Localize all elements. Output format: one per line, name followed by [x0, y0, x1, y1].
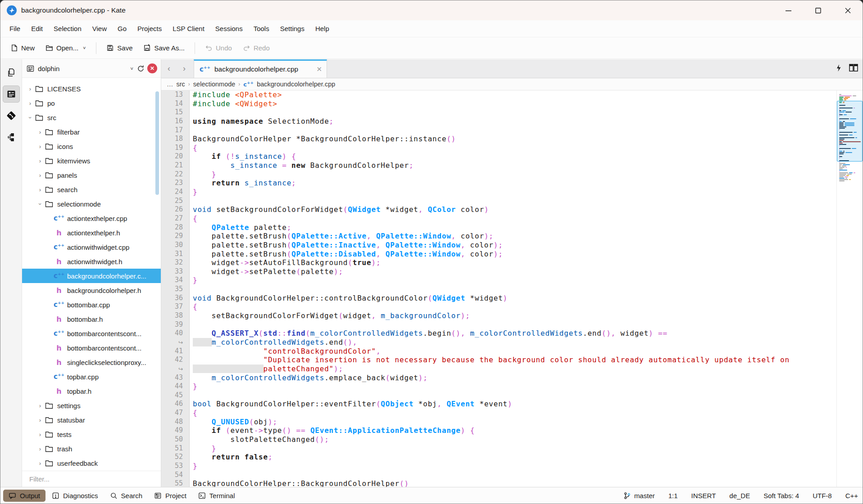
- close-project-button[interactable]: ✕: [147, 63, 157, 73]
- tree-file-bottombar-cpp[interactable]: c++bottombar.cpp: [22, 297, 161, 312]
- tree-file-actiontexthelper-h[interactable]: hactiontexthelper.h: [22, 225, 161, 240]
- tree-file-bottombarcontentscont-[interactable]: c++bottombarcontentscont...: [22, 326, 161, 341]
- code-line-28[interactable]: 28 QPalette palette;: [161, 223, 836, 232]
- filter-input[interactable]: [22, 471, 161, 487]
- undo-button[interactable]: Undo: [200, 41, 236, 55]
- tree-folder-userfeedback[interactable]: ›userfeedback: [22, 456, 161, 470]
- project-reload-button[interactable]: [134, 62, 147, 75]
- close-button[interactable]: [833, 0, 863, 20]
- code-line-19[interactable]: 19{: [161, 144, 836, 153]
- tree-file-singleclickselectionproxy-[interactable]: hsingleclickselectionproxy...: [22, 355, 161, 369]
- code-line-52[interactable]: 52 return false;: [161, 453, 836, 462]
- chevron-right-icon[interactable]: ›: [36, 460, 44, 467]
- project-selector[interactable]: dolphin ∨: [27, 65, 134, 72]
- tree-file-topbar-cpp[interactable]: c++topbar.cpp: [22, 369, 161, 384]
- tree-file-bottombar-h[interactable]: hbottombar.h: [22, 312, 161, 326]
- breadcrumb-item[interactable]: selectionmode: [193, 81, 236, 88]
- code-line-41[interactable]: 41 "controlBackgroundColor",: [161, 347, 836, 356]
- tab-back-button[interactable]: ‹: [161, 59, 177, 78]
- git-tool-button[interactable]: [3, 107, 20, 124]
- code-line-43[interactable]: 43 m_colorControlledWidgets.emplace_back…: [161, 374, 836, 382]
- menu-view[interactable]: View: [87, 22, 112, 35]
- diagnostics-toolview-button[interactable]: Diagnostics: [46, 490, 104, 502]
- code-line-33[interactable]: 33 widget->setPalette(palette);: [161, 267, 836, 276]
- statusbar-soft-tabs-4[interactable]: Soft Tabs: 4: [763, 492, 799, 500]
- open-button[interactable]: Open...∨: [41, 41, 91, 55]
- chevron-right-icon[interactable]: ›: [36, 402, 44, 409]
- tree-file-actionwithwidget-h[interactable]: hactionwithwidget.h: [22, 254, 161, 269]
- code-line-32[interactable]: 32 widget->setAutoFillBackground(true);: [161, 258, 836, 267]
- statusbar-c++[interactable]: C++: [845, 492, 858, 500]
- statusbar-de-de[interactable]: de_DE: [729, 492, 750, 500]
- code-line-50[interactable]: 50 slotPaletteChanged();: [161, 435, 836, 444]
- document-tab[interactable]: c++ backgroundcolorhelper.cpp ✕: [194, 59, 327, 78]
- chevron-right-icon[interactable]: ›: [27, 100, 34, 107]
- chevron-expanded-icon[interactable]: ›: [27, 114, 34, 121]
- chevron-right-icon[interactable]: ›: [36, 172, 44, 179]
- code-line-14[interactable]: 14#include <QWidget>: [161, 99, 836, 108]
- menu-file[interactable]: File: [4, 22, 26, 35]
- code-line-48[interactable]: 48 Q_UNUSED(obj);: [161, 418, 836, 427]
- code-line-37[interactable]: 37{: [161, 302, 836, 311]
- code-line-27[interactable]: 27{: [161, 214, 836, 223]
- code-line-46[interactable]: 46bool BackgroundColorHelper::eventFilte…: [161, 400, 836, 409]
- split-view-icon[interactable]: [849, 64, 858, 73]
- code-line-45[interactable]: 45: [161, 391, 836, 400]
- tree-folder-trash[interactable]: ›trash: [22, 441, 161, 456]
- code-line-20[interactable]: 20 if (!s_instance) {: [161, 152, 836, 161]
- tree-folder-tests[interactable]: ›tests: [22, 427, 161, 441]
- code-line-22[interactable]: 22 }: [161, 170, 836, 179]
- chevron-right-icon[interactable]: ›: [36, 158, 44, 164]
- chevron-right-icon[interactable]: ›: [36, 431, 44, 438]
- tree-folder-search[interactable]: ›search: [22, 182, 161, 197]
- code-wrapped-row[interactable]: ↪ paletteChanged");: [161, 364, 836, 374]
- menu-help[interactable]: Help: [310, 22, 335, 35]
- code-line-16[interactable]: 16using namespace SelectionMode;: [161, 117, 836, 126]
- minimize-button[interactable]: [773, 0, 803, 20]
- minimap-scrollbar[interactable]: [836, 90, 863, 487]
- code-line-21[interactable]: 21 s_instance = new BackgroundColorHelpe…: [161, 161, 836, 170]
- code-line-34[interactable]: 34}: [161, 276, 836, 285]
- tree-folder-settings[interactable]: ›settings: [22, 398, 161, 413]
- code-line-55[interactable]: 55BackgroundColorHelper::BackgroundColor…: [161, 479, 836, 487]
- tab-close-icon[interactable]: ✕: [316, 65, 322, 73]
- menu-sessions[interactable]: Sessions: [210, 22, 248, 35]
- code-line-29[interactable]: 29 palette.setBrush(QPalette::Active, QP…: [161, 232, 836, 241]
- chevron-right-icon[interactable]: ›: [36, 143, 44, 150]
- code-line-36[interactable]: 36void BackgroundColorHelper::controlBac…: [161, 294, 836, 303]
- lsp-symbols-tool-button[interactable]: [3, 129, 20, 146]
- chevron-right-icon[interactable]: ›: [36, 129, 44, 135]
- tree-folder-filterbar[interactable]: ›filterbar: [22, 125, 161, 139]
- code-line-17[interactable]: 17: [161, 126, 836, 135]
- projects-tool-button[interactable]: [3, 86, 20, 103]
- code-line-35[interactable]: 35: [161, 285, 836, 294]
- code-line-15[interactable]: 15: [161, 108, 836, 117]
- documents-tool-button[interactable]: [3, 64, 20, 81]
- output-toolview-button[interactable]: Output: [3, 490, 45, 502]
- statusbar-master[interactable]: master: [623, 492, 655, 500]
- code-line-40[interactable]: 40 Q_ASSERT_X(std::find(m_colorControlle…: [161, 329, 836, 338]
- menu-selection[interactable]: Selection: [48, 22, 87, 35]
- tree-folder-kitemviews[interactable]: ›kitemviews: [22, 153, 161, 168]
- code-line-44[interactable]: 44}: [161, 382, 836, 391]
- tree-folder-selectionmode[interactable]: ›selectionmode: [22, 197, 161, 211]
- code-line-38[interactable]: 38 setBackgroundColorForWidget(widget, m…: [161, 311, 836, 320]
- code-line-54[interactable]: 54: [161, 471, 836, 480]
- chevron-right-icon[interactable]: ›: [36, 446, 44, 452]
- search-toolview-button[interactable]: Search: [104, 490, 148, 502]
- tree-scrollbar[interactable]: [155, 91, 159, 195]
- tree-folder-panels[interactable]: ›panels: [22, 168, 161, 182]
- code-line-51[interactable]: 51 }: [161, 444, 836, 453]
- code-wrapped-row[interactable]: ↪ m_colorControlledWidgets.end(),: [161, 338, 836, 347]
- tree-file-bottombarcontentscont-[interactable]: hbottombarcontentscont...: [22, 341, 161, 355]
- new-button[interactable]: New: [6, 41, 39, 55]
- tree-file-actionwithwidget-cpp[interactable]: c++actionwithwidget.cpp: [22, 240, 161, 254]
- menu-go[interactable]: Go: [112, 22, 132, 35]
- menu-projects[interactable]: Projects: [132, 22, 167, 35]
- terminal-toolview-button[interactable]: Terminal: [193, 490, 241, 502]
- quick-open-lightning-icon[interactable]: [836, 64, 842, 74]
- project-toolview-button[interactable]: Project: [149, 490, 192, 502]
- code-line-53[interactable]: 53}: [161, 462, 836, 471]
- statusbar-insert[interactable]: INSERT: [691, 492, 716, 500]
- breadcrumb-item[interactable]: src: [177, 81, 185, 88]
